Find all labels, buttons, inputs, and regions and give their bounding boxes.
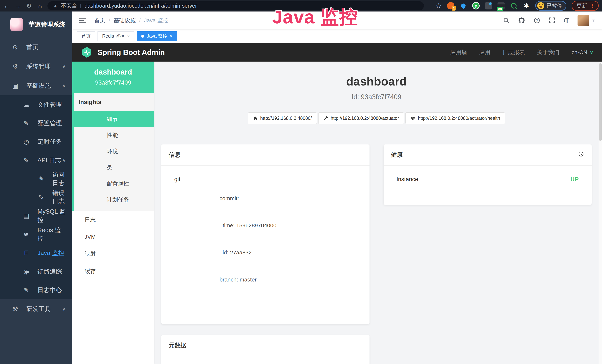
metadata-startup-row: startup 2021-04-27T00:44:31.254+08:00 (161, 356, 369, 364)
bookmark-star-icon[interactable]: ☆ (436, 2, 442, 10)
health-instance-row: Instance UP (384, 166, 592, 183)
sba-nav-journal[interactable]: 日志报表 (503, 49, 525, 56)
close-icon[interactable]: × (170, 33, 172, 39)
screen: ← → ↻ ⌂ ▲! 不安全 | dashboard.yudao.iocoder… (0, 0, 602, 364)
insights-group: Insights 细节 性能 环境 类 配置属性 计划任务 (72, 93, 154, 211)
tab-redis-monitor[interactable]: Redis 监控 × (97, 31, 134, 41)
sba-item-details[interactable]: 细节 (72, 111, 154, 127)
history-icon[interactable] (578, 151, 584, 159)
breadcrumb-infra[interactable]: 基础设施 (113, 17, 136, 24)
sidebar-item-java-monitor[interactable]: ⌸ Java 监控 (0, 244, 72, 262)
extension-icon-pin[interactable] (460, 2, 467, 10)
sba-brand[interactable]: Spring Boot Admin (81, 46, 165, 58)
sidebar-item-system[interactable]: ⚙ 系统管理 ∨ (0, 57, 72, 76)
chevron-up-icon: ∧ (62, 83, 66, 89)
profile-paused-badge[interactable]: 已暂停 (535, 1, 566, 11)
address-bar[interactable]: ▲! 不安全 | dashboard.yudao.iocoder.cn/infr… (47, 1, 424, 10)
sidebar-item-access-log[interactable]: ✎ 访问日志 (0, 170, 72, 188)
app-logo-row: 芋道管理系统 (0, 11, 72, 37)
sidebar-item-home[interactable]: ⊙ 首页 (0, 37, 72, 57)
github-icon[interactable] (518, 17, 525, 24)
chevron-down-icon[interactable]: ▾ (592, 18, 595, 23)
home-icon[interactable]: ⌂ (35, 1, 45, 11)
page-subtitle: Id: 93a3fc7f7409 (161, 93, 592, 101)
info-card: 信息 git commit: time: 1596289704000 id: 2… (161, 144, 369, 324)
sba-item-caches[interactable]: 缓存 (72, 263, 154, 280)
metadata-card: 元数据 startup 2021-04-27T00:44:31.254+08:0… (161, 335, 369, 364)
extension-icon-grid[interactable] (485, 2, 492, 10)
breadcrumb-home[interactable]: 首页 (94, 17, 105, 24)
sidebar-item-error-log[interactable]: ✎ 错误日志 (0, 188, 72, 207)
sba-item-classes[interactable]: 类 (74, 160, 154, 176)
puzzle-extension-icon[interactable]: ✱ (523, 2, 530, 10)
instance-id: 93a3fc7f7409 (74, 79, 152, 86)
back-icon[interactable]: ← (2, 1, 11, 11)
timer-icon: ◷ (22, 138, 30, 145)
search-icon[interactable] (503, 17, 509, 23)
reload-icon[interactable]: ↻ (24, 1, 34, 11)
sba-item-logs[interactable]: 日志 (72, 211, 154, 229)
browser-menu-icon[interactable]: ⋮ (590, 3, 595, 9)
extension-icon-orange[interactable]: 1 (447, 2, 454, 10)
extension-icon-magnifier[interactable] (510, 2, 517, 10)
info-card-title: 信息 (169, 151, 181, 159)
extension-icon-tabs[interactable]: on (497, 2, 505, 10)
heartbeat-icon (410, 116, 415, 121)
avatar[interactable] (578, 15, 589, 26)
sidebar-item-job[interactable]: ◷ 定时任务 (0, 132, 72, 151)
sidebar-item-tracing[interactable]: ◉ 链路追踪 (0, 262, 72, 281)
tab-java-monitor[interactable]: Java 监控 × (137, 31, 177, 41)
sba-item-config-props[interactable]: 配置属性 (74, 176, 154, 192)
infra-submenu: ☁ 文件管理 ✎ 配置管理 ◷ 定时任务 ✎ API 日志 ∧ ✎ (0, 95, 72, 299)
sidebar-item-mysql[interactable]: ▤ MySQL 监控 (0, 207, 72, 225)
help-icon[interactable]: ? (534, 17, 540, 24)
sidebar-item-dev-tools[interactable]: ⚒ 研发工具 ∨ (0, 299, 72, 319)
svg-text:?: ? (536, 19, 538, 22)
chrome-update-button[interactable]: 更新 ⋮ (572, 1, 599, 11)
instance-header[interactable]: dashboard 93a3fc7f7409 (72, 62, 154, 93)
sba-item-scheduled-tasks[interactable]: 计划任务 (74, 192, 154, 208)
address-divider: | (80, 3, 81, 9)
forward-icon[interactable]: → (13, 1, 23, 11)
monitor-icon: ⌸ (22, 249, 30, 257)
sba-nav-applications[interactable]: 应用 (479, 49, 490, 56)
cloud-icon: ☁ (22, 101, 30, 108)
sba-item-environment[interactable]: 环境 (74, 143, 154, 160)
font-size-icon[interactable]: tT (564, 17, 569, 24)
eye-icon: ◉ (22, 268, 30, 275)
status-badge: UP (570, 176, 585, 183)
health-card: 健康 Instance (384, 144, 592, 205)
sidebar-item-config[interactable]: ✎ 配置管理 (0, 114, 72, 132)
sba-nav-about[interactable]: 关于我们 (537, 49, 559, 56)
extension-icon-y[interactable]: y (472, 2, 480, 10)
sidebar-item-redis[interactable]: ≋ Redis 监控 (0, 225, 72, 244)
sidebar-item-file[interactable]: ☁ 文件管理 (0, 95, 72, 114)
edit-icon: ✎ (22, 119, 30, 127)
fullscreen-icon[interactable] (549, 17, 556, 24)
scrollbar-thumb[interactable] (599, 63, 602, 141)
health-url-button[interactable]: http://192.168.0.2:48080/actuator/health (406, 112, 505, 124)
home-icon (253, 116, 258, 121)
scrollbar[interactable] (599, 62, 602, 364)
sba-nav-wallboard[interactable]: 应用墙 (450, 49, 467, 56)
security-label: 不安全 (61, 2, 77, 10)
sidebar-item-api-log[interactable]: ✎ API 日志 ∧ (0, 151, 72, 170)
sba-item-metrics[interactable]: 性能 (74, 127, 154, 143)
service-url-button[interactable]: http://192.168.0.2:48080/ (248, 112, 317, 124)
sidebar-item-log-center[interactable]: ✎ 日志中心 (0, 281, 72, 299)
chevron-down-icon: ∨ (590, 50, 593, 55)
sba-locale-select[interactable]: zh-CN ∨ (572, 49, 593, 55)
log-icon: ✎ (22, 157, 30, 164)
page-title: dashboard (161, 75, 592, 88)
sba-item-jvm[interactable]: JVM (72, 229, 154, 245)
sba-item-mappings[interactable]: 映射 (72, 245, 154, 263)
hamburger-icon[interactable] (79, 18, 86, 23)
breadcrumb-current: Java 监控 (144, 17, 169, 24)
tab-home[interactable]: 首页 (77, 31, 95, 41)
tags-view: 首页 Redis 监控 × Java 监控 × (72, 29, 602, 43)
log-icon: ✎ (37, 175, 45, 182)
chevron-up-icon: ∧ (62, 157, 66, 163)
close-icon[interactable]: × (127, 33, 130, 39)
sidebar-item-infra[interactable]: ▣ 基础设施 ∧ (0, 76, 72, 95)
actuator-url-button[interactable]: http://192.168.0.2:48080/actuator (318, 112, 404, 124)
